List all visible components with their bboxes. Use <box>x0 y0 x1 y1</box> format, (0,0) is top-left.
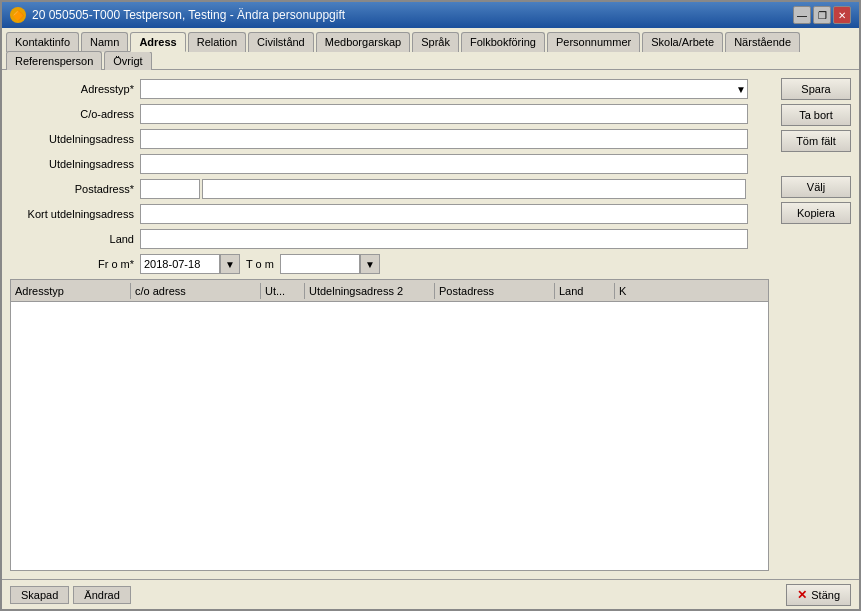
tom-date-dropdown[interactable]: ▼ <box>360 254 380 274</box>
tom-date-input[interactable] <box>280 254 360 274</box>
right-action-buttons: Spara Ta bort Töm fält Välj Kopiera <box>781 78 851 571</box>
from-date-dropdown[interactable]: ▼ <box>220 254 240 274</box>
utdelning2-row: Utdelningsadress <box>10 153 769 175</box>
utdelning1-label: Utdelningsadress <box>10 133 140 145</box>
land-input[interactable] <box>140 229 748 249</box>
land-row: Land <box>10 228 769 250</box>
kort-row: Kort utdelningsadress <box>10 203 769 225</box>
minimize-button[interactable]: — <box>793 6 811 24</box>
utdelning2-label: Utdelningsadress <box>10 158 140 170</box>
adresstyp-row: Adresstyp* ▼ <box>10 78 769 100</box>
title-bar: 🔶 20 050505-T000 Testperson, Testing - Ä… <box>2 2 859 28</box>
kort-label: Kort utdelningsadress <box>10 208 140 220</box>
tab-adress[interactable]: Adress <box>130 32 185 52</box>
tab-personnummer[interactable]: Personnummer <box>547 32 640 52</box>
valj-button[interactable]: Välj <box>781 176 851 198</box>
tab-kontaktinfo[interactable]: Kontaktinfo <box>6 32 79 52</box>
col-header-utd2: Utdelningsadress 2 <box>305 283 435 299</box>
col-header-postadress: Postadress <box>435 283 555 299</box>
ta-bort-button[interactable]: Ta bort <box>781 104 851 126</box>
tab-narstaende[interactable]: Närstående <box>725 32 800 52</box>
tab-ovrigt[interactable]: Övrigt <box>104 51 151 70</box>
bottom-tab-skapad[interactable]: Skapad <box>10 586 69 604</box>
from-date-input[interactable] <box>140 254 220 274</box>
co-input[interactable] <box>140 104 748 124</box>
app-icon: 🔶 <box>10 7 26 23</box>
close-x-icon: ✕ <box>797 588 807 602</box>
bottom-tabs: Skapad Ändrad <box>10 586 131 604</box>
co-label: C/o-adress <box>10 108 140 120</box>
tab-sprak[interactable]: Språk <box>412 32 459 52</box>
postadress-row: Postadress* <box>10 178 769 200</box>
kopiera-button[interactable]: Kopiera <box>781 202 851 224</box>
kort-input[interactable] <box>140 204 748 224</box>
postadress-label: Postadress* <box>10 183 140 195</box>
bottom-bar: Skapad Ändrad ✕ Stäng <box>2 579 859 609</box>
land-label: Land <box>10 233 140 245</box>
main-window: 🔶 20 050505-T000 Testperson, Testing - Ä… <box>0 0 861 611</box>
stang-button[interactable]: ✕ Stäng <box>786 584 851 606</box>
col-header-co: c/o adress <box>131 283 261 299</box>
from-label: Fr o m* <box>10 258 140 270</box>
date-row: Fr o m* ▼ T o m ▼ <box>10 253 769 275</box>
tom-label: T o m <box>246 258 274 270</box>
tab-folkbokforing[interactable]: Folkbokföring <box>461 32 545 52</box>
col-header-adresstyp: Adresstyp <box>11 283 131 299</box>
tab-skola-arbete[interactable]: Skola/Arbete <box>642 32 723 52</box>
bottom-tab-andrad[interactable]: Ändrad <box>73 586 130 604</box>
utdelning2-input[interactable] <box>140 154 748 174</box>
tab-referensperson[interactable]: Referensperson <box>6 51 102 70</box>
content-area: Adresstyp* ▼ C/o-adress <box>2 70 859 579</box>
restore-button[interactable]: ❐ <box>813 6 831 24</box>
window-title: 20 050505-T000 Testperson, Testing - Änd… <box>32 8 345 22</box>
co-row: C/o-adress <box>10 103 769 125</box>
col-header-land: Land <box>555 283 615 299</box>
tom-falt-button[interactable]: Töm fält <box>781 130 851 152</box>
adresstyp-label: Adresstyp* <box>10 83 140 95</box>
col-header-ut: Ut... <box>261 283 305 299</box>
tab-relation[interactable]: Relation <box>188 32 246 52</box>
address-table: Adresstyp c/o adress Ut... Utdelningsadr… <box>10 279 769 571</box>
close-window-button[interactable]: ✕ <box>833 6 851 24</box>
table-body <box>11 302 768 570</box>
postadress-zip-input[interactable] <box>140 179 200 199</box>
postadress-city-input[interactable] <box>202 179 746 199</box>
adresstyp-select[interactable] <box>140 79 748 99</box>
tab-medborgarskap[interactable]: Medborgarskap <box>316 32 410 52</box>
col-header-k: K <box>615 283 645 299</box>
table-header: Adresstyp c/o adress Ut... Utdelningsadr… <box>11 280 768 302</box>
utdelning1-input[interactable] <box>140 129 748 149</box>
tab-bar: Kontaktinfo Namn Adress Relation Civilst… <box>2 28 859 70</box>
stang-label: Stäng <box>811 589 840 601</box>
spara-button[interactable]: Spara <box>781 78 851 100</box>
tab-civilstand[interactable]: Civilstånd <box>248 32 314 52</box>
address-form: Adresstyp* ▼ C/o-adress <box>10 78 769 275</box>
utdelning1-row: Utdelningsadress <box>10 128 769 150</box>
tab-namn[interactable]: Namn <box>81 32 128 52</box>
